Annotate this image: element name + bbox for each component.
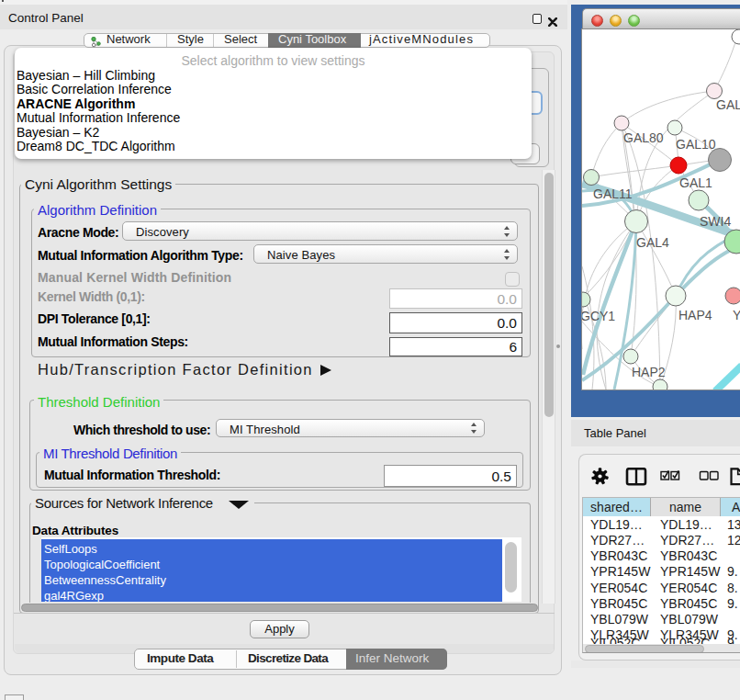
svg-text:GCY1: GCY1 — [582, 309, 615, 323]
svg-text:GAL80: GAL80 — [623, 130, 664, 145]
svg-text:SWI4: SWI4 — [700, 214, 731, 229]
svg-text:GAL11: GAL11 — [593, 186, 633, 201]
svg-text:GAL7: GAL7 — [716, 97, 740, 112]
svg-text:HAP4: HAP4 — [678, 308, 712, 322]
svg-text:GAL10: GAL10 — [676, 137, 716, 152]
svg-text:GAL1: GAL1 — [679, 175, 712, 190]
svg-text:Y: Y — [733, 308, 740, 322]
svg-text:GAL4: GAL4 — [636, 235, 669, 250]
svg-text:HAP2: HAP2 — [632, 365, 666, 379]
